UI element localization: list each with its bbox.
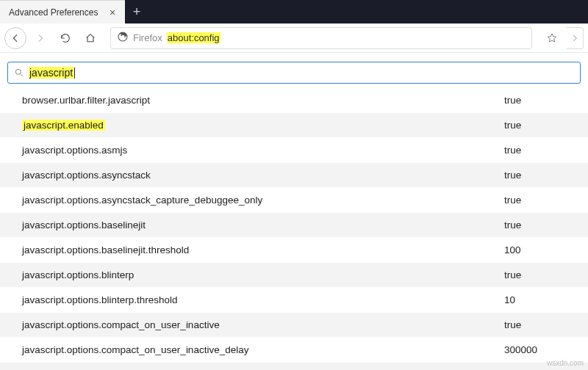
pref-row[interactable]: javascript.options.baselinejit.threshold…: [0, 238, 588, 263]
home-icon: [85, 32, 96, 44]
new-tab-button[interactable]: +: [125, 0, 148, 23]
pref-value: 100: [504, 244, 570, 255]
pref-name: javascript.options.asyncstack: [22, 170, 504, 181]
pref-row[interactable]: javascript.options.baselinejittrue: [0, 213, 588, 238]
preferences-list: browser.urlbar.filter.javascripttruejava…: [0, 88, 588, 370]
tab-active[interactable]: Advanced Preferences ×: [0, 0, 125, 23]
url-bar[interactable]: Firefox about:config: [110, 27, 532, 49]
pref-value: true: [504, 319, 570, 330]
search-input-value: javascript: [29, 67, 75, 79]
browser-window: Advanced Preferences × + Firefox about:c…: [0, 0, 588, 370]
reload-button[interactable]: [54, 27, 76, 49]
pref-name: javascript.options.baselinejit.threshold: [22, 244, 504, 255]
pref-row[interactable]: javascript.options.discardSystemSourcefa…: [0, 363, 588, 370]
chevron-icon: [570, 33, 580, 43]
pref-row[interactable]: javascript.options.asmjstrue: [0, 138, 588, 163]
pref-name: javascript.options.compact_on_user_inact…: [22, 319, 504, 330]
pref-name: javascript.options.blinterp.threshold: [22, 294, 504, 305]
pref-name: javascript.options.blinterp: [22, 269, 504, 280]
tab-title: Advanced Preferences: [9, 7, 101, 18]
svg-point-1: [15, 69, 21, 74]
pref-value: true: [504, 95, 570, 106]
pref-name: javascript.options.asyncstack_capture_de…: [22, 195, 504, 206]
pref-value: true: [504, 269, 570, 280]
url-identity: Firefox: [133, 32, 162, 43]
bookmark-button[interactable]: [541, 32, 563, 44]
config-search[interactable]: javascript: [7, 62, 581, 84]
about-config-content: javascript browser.urlbar.filter.javascr…: [0, 53, 588, 370]
tab-bar: Advanced Preferences × +: [0, 0, 588, 23]
pref-name: javascript.enabled: [22, 120, 105, 131]
pref-name: javascript.options.baselinejit: [22, 220, 504, 231]
pref-row[interactable]: javascript.options.compact_on_user_inact…: [0, 338, 588, 363]
pref-value: true: [504, 120, 570, 131]
star-icon: [546, 32, 558, 44]
search-icon: [14, 68, 24, 78]
pref-row[interactable]: browser.urlbar.filter.javascripttrue: [0, 88, 588, 113]
pref-row[interactable]: javascript.enabledtrue: [0, 113, 588, 138]
pref-value: 10: [504, 294, 570, 305]
pref-value: true: [504, 195, 570, 206]
arrow-left-icon: [10, 32, 21, 44]
overflow-button[interactable]: [566, 27, 584, 49]
pref-row[interactable]: javascript.options.compact_on_user_inact…: [0, 313, 588, 338]
arrow-right-icon: [35, 32, 46, 44]
pref-row[interactable]: javascript.options.asyncstacktrue: [0, 163, 588, 188]
reload-icon: [60, 32, 71, 44]
home-button[interactable]: [79, 27, 101, 49]
pref-value: 300000: [504, 344, 570, 355]
url-text: about:config: [167, 32, 220, 43]
watermark: wsxdn.com: [547, 359, 584, 367]
pref-row[interactable]: javascript.options.blinterp.threshold10: [0, 288, 588, 313]
back-button[interactable]: [4, 27, 26, 49]
nav-toolbar: Firefox about:config: [0, 23, 588, 53]
pref-name: javascript.options.asmjs: [22, 145, 504, 156]
pref-name: javascript.options.compact_on_user_inact…: [22, 344, 504, 355]
close-icon[interactable]: ×: [107, 7, 118, 18]
pref-row[interactable]: javascript.options.blinterptrue: [0, 263, 588, 288]
firefox-icon: [117, 31, 129, 45]
pref-value: true: [504, 145, 570, 156]
forward-button[interactable]: [29, 27, 51, 49]
pref-name: browser.urlbar.filter.javascript: [22, 95, 504, 106]
pref-value: true: [504, 220, 570, 231]
pref-row[interactable]: javascript.options.asyncstack_capture_de…: [0, 188, 588, 213]
pref-value: true: [504, 170, 570, 181]
